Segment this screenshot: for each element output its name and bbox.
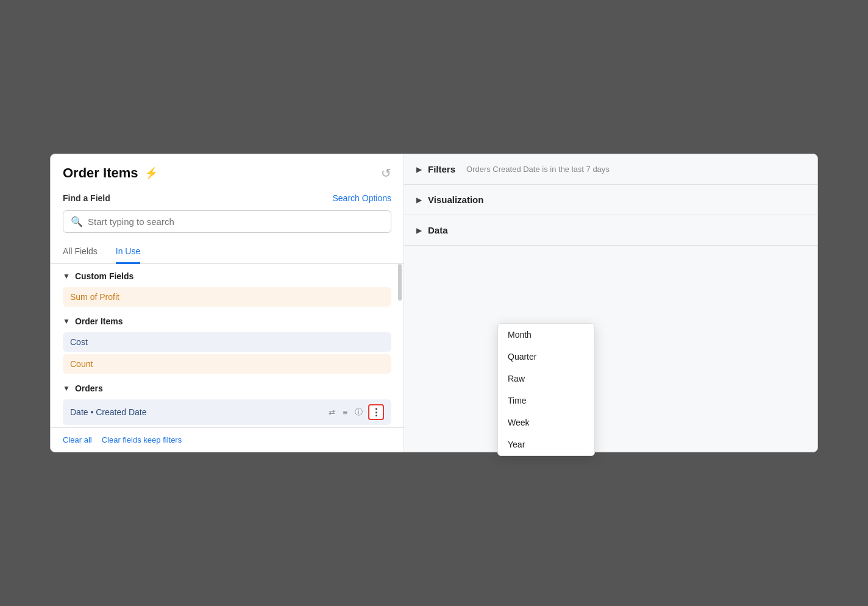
data-header[interactable]: ▶ Data xyxy=(404,215,817,245)
section-custom-fields: ▼ Custom Fields xyxy=(51,264,404,285)
search-options-link[interactable]: Search Options xyxy=(333,193,392,203)
tabs-row: All Fields In Use xyxy=(51,240,404,264)
submenu-week[interactable]: Week xyxy=(498,412,594,433)
scrollbar-thumb xyxy=(398,264,402,301)
filter-icon[interactable]: ≡ xyxy=(341,407,349,418)
section-order-items: ▼ Order Items xyxy=(51,309,404,330)
search-input[interactable] xyxy=(88,216,383,227)
sub-menu[interactable]: Month Quarter Raw Time Week Year xyxy=(497,323,595,456)
submenu-raw[interactable]: Raw xyxy=(498,368,594,390)
filters-subtitle: Orders Created Date is in the last 7 day… xyxy=(466,165,610,174)
section-title-orders: Orders xyxy=(75,383,103,393)
search-bar: 🔍 xyxy=(63,210,391,233)
fields-list: ▼ Custom Fields Sum of Profit ▼ Order It… xyxy=(51,264,404,427)
visualization-header[interactable]: ▶ Visualization xyxy=(404,185,817,215)
right-panel: ▶ Filters Orders Created Date is in the … xyxy=(404,154,817,452)
section-arrow-order-items: ▼ xyxy=(63,317,70,326)
field-item-actions: ⇄ ≡ ⓘ ⋮ xyxy=(327,404,384,420)
tab-in-use[interactable]: In Use xyxy=(116,240,140,264)
section-title-custom: Custom Fields xyxy=(75,271,133,281)
filters-arrow: ▶ xyxy=(416,165,422,174)
find-field-row: Find a Field Search Options xyxy=(51,188,404,205)
section-data: ▶ Data xyxy=(404,215,817,246)
info-icon[interactable]: ⓘ xyxy=(353,405,365,419)
section-visualization: ▶ Visualization xyxy=(404,185,817,215)
section-arrow-orders: ▼ xyxy=(63,384,70,393)
section-title-order-items: Order Items xyxy=(75,316,123,326)
submenu-month[interactable]: Month xyxy=(498,324,594,346)
section-filters: ▶ Filters Orders Created Date is in the … xyxy=(404,154,817,185)
section-orders: ▼ Orders xyxy=(51,376,404,397)
visualization-title: Visualization xyxy=(428,194,483,205)
left-header: Order Items ⚡ ↺ xyxy=(51,154,404,188)
submenu-quarter[interactable]: Quarter xyxy=(498,346,594,368)
field-label-count: Count xyxy=(70,359,93,369)
scrollbar-track[interactable] xyxy=(397,264,402,427)
field-label-date: Date • Created Date xyxy=(70,407,147,417)
field-cost[interactable]: Cost xyxy=(63,332,391,352)
field-sum-of-profit[interactable]: Sum of Profit xyxy=(63,287,391,307)
filters-header[interactable]: ▶ Filters Orders Created Date is in the … xyxy=(404,154,817,184)
main-window: Order Items ⚡ ↺ Find a Field Search Opti… xyxy=(50,154,818,452)
search-icon: 🔍 xyxy=(71,216,83,227)
visualization-arrow: ▶ xyxy=(416,196,422,204)
three-dots-button[interactable]: ⋮ xyxy=(368,404,384,420)
left-panel: Order Items ⚡ ↺ Find a Field Search Opti… xyxy=(51,154,404,452)
field-label-sum-profit: Sum of Profit xyxy=(70,292,119,302)
tab-all-fields[interactable]: All Fields xyxy=(63,240,98,264)
data-arrow: ▶ xyxy=(416,226,422,235)
submenu-year[interactable]: Year xyxy=(498,433,594,455)
submenu-time[interactable]: Time xyxy=(498,390,594,412)
clear-fields-keep-filters-link[interactable]: Clear fields keep filters xyxy=(102,435,182,444)
field-label-cost: Cost xyxy=(70,337,88,347)
panel-title: Order Items xyxy=(63,165,138,181)
filters-title: Filters xyxy=(428,164,455,174)
section-arrow-custom: ▼ xyxy=(63,272,70,280)
field-date-created[interactable]: Date • Created Date ⇄ ≡ ⓘ ⋮ xyxy=(63,399,391,425)
clear-all-link[interactable]: Clear all xyxy=(63,435,92,444)
back-icon[interactable]: ↺ xyxy=(381,166,391,180)
swap-icon[interactable]: ⇄ xyxy=(327,407,337,418)
find-field-label: Find a Field xyxy=(63,193,110,203)
data-title: Data xyxy=(428,225,448,235)
field-count[interactable]: Count xyxy=(63,354,391,374)
lightning-icon: ⚡ xyxy=(144,166,158,180)
bottom-bar: Clear all Clear fields keep filters xyxy=(51,427,404,452)
